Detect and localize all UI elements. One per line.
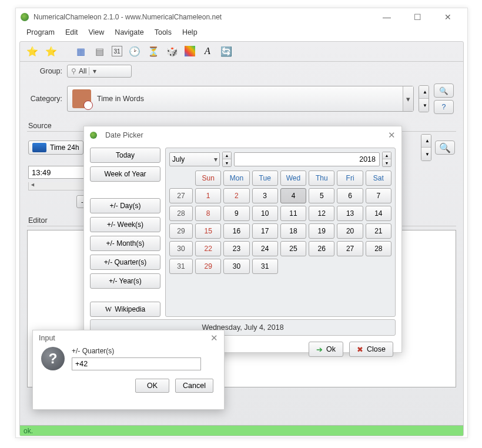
dp-pm-weeks-button[interactable]: +/- Week(s) bbox=[90, 217, 160, 232]
dp-month-combo[interactable]: July ▾ bbox=[169, 152, 220, 166]
dp-day-17[interactable]: 17 bbox=[252, 223, 278, 239]
dp-day-28[interactable]: 28 bbox=[366, 241, 391, 256]
clock-icon[interactable]: 🕑 bbox=[128, 45, 141, 58]
dp-day-5[interactable]: 5 bbox=[309, 188, 334, 203]
dp-pm-quarters-button[interactable]: +/- Quarter(s) bbox=[90, 255, 160, 270]
search-source-button[interactable]: 🔍 bbox=[435, 141, 455, 155]
input-dlg-cancel-button[interactable]: Cancel bbox=[175, 379, 213, 393]
dp-header-mon[interactable]: Mon bbox=[223, 170, 249, 186]
menu-edit[interactable]: Edit bbox=[61, 27, 83, 38]
star-icon[interactable]: ⭐ bbox=[26, 45, 39, 58]
dp-ok-button[interactable]: ➔ Ok bbox=[309, 342, 343, 357]
dp-pm-years-button[interactable]: +/- Year(s) bbox=[90, 273, 160, 289]
dp-header-thu[interactable]: Thu bbox=[309, 170, 334, 186]
dp-day-7[interactable]: 7 bbox=[366, 188, 391, 203]
table-icon[interactable]: ▤ bbox=[93, 45, 106, 58]
dp-day-12[interactable]: 12 bbox=[309, 206, 334, 221]
input-dlg-close-button[interactable]: ✕ bbox=[210, 333, 218, 343]
dp-week-27[interactable]: 27 bbox=[169, 188, 193, 203]
cat-up-button[interactable]: ▲ bbox=[419, 86, 429, 99]
cat-down-button[interactable]: ▼ bbox=[419, 99, 429, 112]
search-category-button[interactable]: 🔍 bbox=[434, 83, 454, 98]
dp-year-up[interactable]: ▲ bbox=[383, 152, 391, 159]
dp-week-30[interactable]: 30 bbox=[169, 241, 193, 256]
dp-header-sun[interactable]: Sun bbox=[195, 170, 221, 186]
calendar-day-icon[interactable]: 31 bbox=[112, 46, 122, 56]
src-up-button[interactable]: ▲ bbox=[421, 135, 431, 148]
source-unit-combo[interactable]: Time 24h bbox=[28, 141, 83, 155]
color-swatch-icon[interactable] bbox=[185, 46, 195, 56]
close-button[interactable]: ✕ bbox=[438, 11, 458, 24]
dp-day-16[interactable]: 16 bbox=[223, 223, 249, 239]
dp-day-8[interactable]: 8 bbox=[195, 206, 221, 221]
input-dlg-label: +/- Quarter(s) bbox=[72, 347, 216, 355]
dp-day-23[interactable]: 23 bbox=[223, 241, 249, 256]
dp-day-3[interactable]: 3 bbox=[252, 188, 278, 203]
dp-day-1[interactable]: 1 bbox=[195, 188, 221, 203]
dp-week-31[interactable]: 31 bbox=[169, 259, 193, 274]
dp-month-down[interactable]: ▼ bbox=[223, 159, 231, 166]
category-combo[interactable]: Time in Words ▾ bbox=[67, 86, 414, 112]
titlebar: NumericalChameleon 2.1.0 - www.Numerical… bbox=[16, 8, 467, 26]
dice-icon[interactable]: 🎲 bbox=[166, 45, 179, 58]
dp-week-28[interactable]: 28 bbox=[169, 206, 193, 221]
dp-day-2[interactable]: 2 bbox=[223, 188, 249, 203]
dp-day-31[interactable]: 31 bbox=[252, 259, 278, 274]
dp-header-sat[interactable]: Sat bbox=[366, 170, 391, 186]
dp-today-button[interactable]: Today bbox=[90, 148, 160, 163]
dp-month-up[interactable]: ▲ bbox=[223, 152, 231, 159]
dp-day-26[interactable]: 26 bbox=[309, 241, 334, 256]
dp-close-button[interactable]: ✕ bbox=[388, 130, 396, 141]
minimize-button[interactable]: — bbox=[377, 11, 397, 24]
dp-day-9[interactable]: 9 bbox=[223, 206, 249, 221]
eraser-icon[interactable]: A bbox=[201, 45, 214, 58]
dp-day-18[interactable]: 18 bbox=[280, 223, 306, 239]
help-category-button[interactable]: ? bbox=[434, 100, 454, 114]
menu-help[interactable]: Help bbox=[178, 27, 202, 38]
dp-day-10[interactable]: 10 bbox=[252, 206, 278, 221]
dp-year-down[interactable]: ▼ bbox=[383, 159, 391, 166]
dp-title: Date Picker bbox=[105, 131, 143, 139]
dp-day-15[interactable]: 15 bbox=[195, 223, 221, 239]
dp-header-tue[interactable]: Tue bbox=[252, 170, 278, 186]
dp-header-fri[interactable]: Fri bbox=[337, 170, 363, 186]
menu-navigate[interactable]: Navigate bbox=[110, 27, 148, 38]
dp-day-6[interactable]: 6 bbox=[337, 188, 363, 203]
input-dlg-titlebar: Input ✕ bbox=[33, 330, 224, 346]
dp-day-14[interactable]: 14 bbox=[366, 206, 391, 221]
dp-day-30[interactable]: 30 bbox=[223, 259, 249, 274]
dp-day-21[interactable]: 21 bbox=[366, 223, 391, 239]
dp-pm-months-button[interactable]: +/- Month(s) bbox=[90, 236, 160, 251]
group-combo[interactable]: ⚲ All ▾ bbox=[67, 65, 132, 78]
dp-day-19[interactable]: 19 bbox=[309, 223, 334, 239]
dp-day-24[interactable]: 24 bbox=[252, 241, 278, 256]
dp-day-13[interactable]: 13 bbox=[337, 206, 363, 221]
src-down-button[interactable]: ▼ bbox=[421, 148, 431, 161]
dp-header-wed[interactable]: Wed bbox=[280, 170, 306, 186]
dp-day-20[interactable]: 20 bbox=[337, 223, 363, 239]
input-dlg-field[interactable] bbox=[72, 357, 201, 370]
dp-day-25[interactable]: 25 bbox=[280, 241, 306, 256]
dp-year-field[interactable]: 2018 bbox=[234, 152, 380, 166]
grid-icon[interactable]: ▦ bbox=[74, 45, 87, 58]
menu-tools[interactable]: Tools bbox=[150, 27, 176, 38]
dp-day-27[interactable]: 27 bbox=[337, 241, 363, 256]
date-picker-dialog: Date Picker ✕ Today Week of Year +/- Day… bbox=[83, 126, 402, 353]
dp-wikipedia-button[interactable]: W Wikipedia bbox=[90, 302, 160, 317]
dp-close-action-button[interactable]: ✖ Close bbox=[349, 342, 393, 357]
dp-day-22[interactable]: 22 bbox=[195, 241, 221, 256]
dp-day-4[interactable]: 4 bbox=[280, 188, 306, 203]
dp-day-29[interactable]: 29 bbox=[195, 259, 221, 274]
dp-week-of-year-button[interactable]: Week of Year bbox=[90, 166, 160, 182]
star-plus-icon[interactable]: ⭐ bbox=[45, 45, 58, 58]
dp-pm-days-button[interactable]: +/- Day(s) bbox=[90, 198, 160, 213]
refresh-icon[interactable]: 🔄 bbox=[220, 45, 233, 58]
input-dlg-ok-button[interactable]: OK bbox=[135, 379, 169, 393]
chevron-down-icon: ▾ bbox=[214, 155, 217, 163]
maximize-button[interactable]: ☐ bbox=[407, 11, 427, 24]
dp-week-29[interactable]: 29 bbox=[169, 223, 193, 239]
dp-day-11[interactable]: 11 bbox=[280, 206, 306, 221]
menu-view[interactable]: View bbox=[83, 27, 109, 38]
menu-program[interactable]: Program bbox=[22, 27, 59, 38]
hourglass-icon[interactable]: ⏳ bbox=[147, 45, 160, 58]
